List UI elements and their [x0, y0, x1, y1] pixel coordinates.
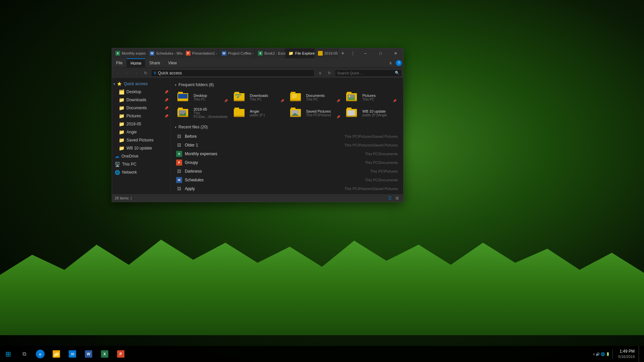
large-icons-view-button[interactable]: ⊞: [394, 195, 400, 201]
sidebar-item-desktop[interactable]: 🗂️ Desktop 📌: [112, 88, 170, 96]
groupy-name: Groupy: [185, 160, 362, 165]
tab-file-explorer[interactable]: 📁 File Explorer: [285, 48, 315, 58]
word-icon: W: [85, 350, 92, 358]
folder-tile-pictures[interactable]: Pictures This PC 📌: [343, 90, 399, 105]
minimize-button[interactable]: ─: [358, 48, 373, 58]
ribbon-tab-share[interactable]: Share: [145, 58, 164, 68]
show-desktop-button[interactable]: [639, 346, 641, 362]
forward-button[interactable]: ›: [123, 69, 131, 77]
documents-tile-name: Documents: [306, 94, 325, 98]
mail-taskbar-button[interactable]: ✉: [64, 346, 80, 362]
edge-icon: e: [36, 350, 45, 358]
sidebar-item-saved-pictures[interactable]: 📁 Saved Pictures: [112, 136, 170, 144]
file-row-darkness[interactable]: 🖼 Darkness This PC\Pictures: [175, 167, 399, 176]
refresh-button[interactable]: ↻: [142, 69, 150, 77]
pictures-pin-icon: 📌: [164, 114, 170, 118]
folder-tile-downloads[interactable]: Downloads This PC 📌: [231, 90, 287, 105]
2019-tile-icon: [177, 108, 191, 118]
sidebar-item-angie[interactable]: 📁 Angie: [112, 128, 170, 136]
folder-tile-saved-pictures[interactable]: Saved Pictures This PC\Pictures 📌: [287, 105, 343, 121]
tab-project-coffee[interactable]: W Project Coffee - ...: [218, 48, 255, 58]
tab-monthly-expenses[interactable]: X Monthly expen...: [112, 48, 146, 58]
address-path[interactable]: ⬆ Quick access: [151, 69, 315, 77]
tab-2019-05[interactable]: 2019-05: [315, 48, 338, 58]
documents-tile-path: This PC: [306, 98, 325, 101]
apply-path: This PC\Pictures\Saved Pictures: [344, 187, 398, 191]
search-input[interactable]: [337, 71, 393, 75]
folder-tile-wb10[interactable]: WB 10 update public (P:)\Angie: [343, 105, 399, 121]
back-button[interactable]: ‹: [113, 69, 121, 77]
details-view-button[interactable]: ☰: [386, 195, 393, 201]
sidebar-item-wb10[interactable]: 📁 WB 10 update: [112, 144, 170, 152]
sidebar-item-network[interactable]: 🌐 Network: [112, 168, 170, 176]
taskbar-clock[interactable]: 1:49 PM 5/16/2019: [615, 349, 637, 359]
folder-tile-documents[interactable]: Documents This PC 📌: [287, 90, 343, 105]
edge-taskbar-button[interactable]: e: [32, 346, 48, 362]
svg-rect-23: [178, 108, 183, 110]
folder-tile-2019[interactable]: 2019-05 This PC\Doc...\Screenshots: [175, 105, 230, 121]
folder-tile-desktop[interactable]: Desktop This PC 📌: [175, 90, 230, 105]
ribbon: File Home Share View ∧ ?: [112, 58, 403, 68]
taskbar: ⊞ ⧉ e 📁 ✉ W X P ∧ 🔊 🌐 🔋 1:49 PM 5/16/: [0, 346, 644, 362]
file-row-before[interactable]: 🖼 Before This PC\Pictures\Saved Pictures: [175, 132, 399, 141]
pictures-tile-name: Pictures: [362, 94, 376, 98]
search-box[interactable]: 🔍: [335, 69, 402, 77]
ribbon-tab-file[interactable]: File: [112, 58, 126, 68]
before-file-icon: 🖼: [176, 133, 182, 139]
darkness-path: This PC\Pictures: [370, 169, 398, 173]
file-row-monthly-expenses[interactable]: X Monthly expenses This PC\Documents: [175, 149, 399, 158]
svg-rect-27: [234, 109, 245, 116]
saved-pictures-tile-pin: 📌: [336, 115, 340, 119]
close-button[interactable]: ✕: [388, 48, 403, 58]
sidebar-item-documents[interactable]: 📁 Documents 📌: [112, 104, 170, 112]
desktop-pin-icon: 📌: [164, 90, 170, 94]
sidebar-item-2019-05[interactable]: 📁 2019-05: [112, 120, 170, 128]
window-controls: ─ □ ✕: [358, 48, 403, 58]
task-view-button[interactable]: ⧉: [16, 346, 32, 362]
tab-add-button[interactable]: +: [338, 48, 348, 58]
file-row-schedules[interactable]: W Schedules This PC\Documents: [175, 176, 399, 184]
monthly-expenses-name: Monthly expenses: [185, 152, 362, 156]
apply-name: Apply: [185, 186, 342, 191]
sidebar-item-onedrive[interactable]: ☁ OneDrive: [112, 152, 170, 160]
system-tray-icons: ∧ 🔊 🌐 🔋: [593, 352, 610, 356]
tab-presentation[interactable]: P Presentation1 - ...: [182, 48, 218, 58]
2019-tile-name: 2019-05: [194, 107, 228, 111]
ribbon-tab-view[interactable]: View: [164, 58, 181, 68]
word-taskbar-button[interactable]: W: [80, 346, 97, 362]
file-row-groupy[interactable]: P Groupy This PC\Documents: [175, 158, 399, 167]
before-file-name: Before: [185, 134, 342, 139]
ppt-taskbar-button[interactable]: P: [113, 346, 129, 362]
downloads-tile-path: This PC: [250, 98, 268, 101]
address-dropdown[interactable]: ∨: [316, 69, 324, 77]
sidebar-quick-access-header[interactable]: ▾ ⭐ Quick access: [112, 80, 170, 88]
ribbon-help-button[interactable]: ?: [396, 60, 402, 66]
address-bar: ‹ › ↑ ↻ ⬆ Quick access ∨ ↻ 🔍: [112, 68, 403, 78]
tab-menu-button[interactable]: ⋮: [348, 48, 358, 58]
folder-tile-angie[interactable]: Angie public (P:): [231, 105, 287, 121]
tab-book2-excel[interactable]: X Book2 - Excel: [255, 48, 285, 58]
sidebar-item-this-pc[interactable]: 🖥️ This PC: [112, 160, 170, 168]
sidebar-item-pictures[interactable]: 📁 Pictures 📌: [112, 112, 170, 120]
frequent-folders-grid: Desktop This PC 📌: [175, 90, 399, 121]
ribbon-collapse-button[interactable]: ∧: [386, 59, 394, 67]
ribbon-tab-home[interactable]: Home: [126, 58, 145, 68]
svg-rect-31: [291, 108, 296, 110]
up-button[interactable]: ↑: [132, 69, 140, 77]
maximize-button[interactable]: □: [373, 48, 388, 58]
desktop-tile-pin: 📌: [224, 99, 228, 103]
address-refresh[interactable]: ↻: [325, 69, 333, 77]
sidebar-item-downloads[interactable]: 📁 Downloads 📌: [112, 96, 170, 104]
frequent-folders-header: Frequent folders (8): [175, 82, 399, 87]
monthly-expenses-icon: X: [176, 151, 182, 157]
file-row-older1[interactable]: 🖼 Older 1 This PC\Pictures\Saved Picture…: [175, 141, 399, 149]
explorer-taskbar-button[interactable]: 📁: [48, 346, 64, 362]
documents-tile-info: Documents This PC: [306, 94, 325, 101]
excel-taskbar-button[interactable]: X: [97, 346, 113, 362]
documents-tile-pin: 📌: [336, 99, 340, 103]
tab-schedules[interactable]: W Schedules - Word: [146, 48, 182, 58]
2019-tile-path: This PC\Doc...\Screenshots: [194, 111, 228, 119]
file-row-apply[interactable]: 🖼 Apply This PC\Pictures\Saved Pictures: [175, 184, 399, 193]
start-button[interactable]: ⊞: [0, 346, 16, 362]
wb10-tile-name: WB 10 update: [362, 109, 387, 113]
